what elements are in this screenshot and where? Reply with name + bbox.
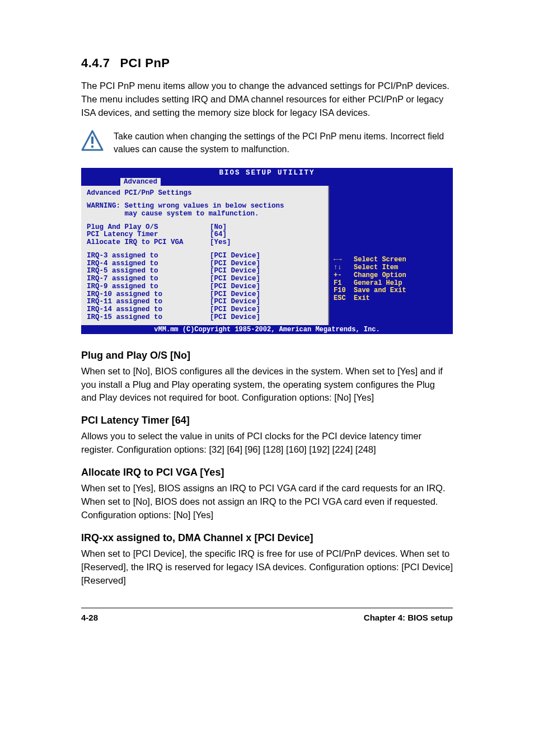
svg-point-2 [91,145,93,148]
bios-irq-row[interactable]: IRQ-3 assigned to[PCI Device] [87,252,322,260]
caution-text: Take caution when changing the settings … [114,130,453,156]
bios-help-row: F1General Help [334,280,448,288]
svg-rect-1 [91,137,93,144]
bios-help-row: ↑↓Select Item [334,264,448,272]
bios-help-row: ESCExit [334,295,448,303]
bios-left-pane: Advanced PCI/PnP Settings WARNING: Setti… [81,186,329,325]
section-title: PCI PnP [120,56,170,70]
bios-setting-row[interactable]: Plug And Play O/S[No] [87,224,322,232]
sub-heading-irqxx: IRQ-xx assigned to, DMA Channel x [PCI D… [81,532,453,544]
bios-help-pane: ←→Select Screen ↑↓Select Item +-Change O… [329,186,453,325]
bios-setting-row[interactable]: PCI Latency Timer[64] [87,231,322,239]
bios-irq-row[interactable]: IRQ-9 assigned to[PCI Device] [87,283,322,291]
bios-settings-block: Plug And Play O/S[No] PCI Latency Timer[… [87,224,322,247]
bios-title: BIOS SETUP UTILITY [81,168,453,178]
caution-icon [81,130,104,152]
bios-help-row: ←→Select Screen [334,256,448,264]
bios-help-row: +-Change Option [334,272,448,280]
bios-irq-row[interactable]: IRQ-15 assigned to[PCI Device] [87,314,322,322]
bios-setting-row[interactable]: Allocate IRQ to PCI VGA[Yes] [87,239,322,247]
bios-warning-line1: WARNING: Setting wrong values in below s… [87,203,322,210]
sub-body-pnp: When set to [No], BIOS configures all th… [81,365,453,405]
sub-heading-pnp: Plug and Play O/S [No] [81,350,453,361]
intro-paragraph: The PCI PnP menu items allow you to chan… [81,79,453,120]
sub-body-irqxx: When set to [PCI Device], the specific I… [81,547,453,588]
bios-irq-row[interactable]: IRQ-11 assigned to[PCI Device] [87,298,322,306]
sub-heading-irqvga: Allocate IRQ to PCI VGA [Yes] [81,467,453,478]
bios-irq-row[interactable]: IRQ-7 assigned to[PCI Device] [87,275,322,283]
bios-help-row: F10Save and Exit [334,287,448,295]
bios-irq-row[interactable]: IRQ-10 assigned to[PCI Device] [87,291,322,299]
sub-body-latency: Allows you to select the value in units … [81,430,453,457]
page-footer: 4-28 Chapter 4: BIOS setup [81,608,453,622]
bios-irq-row[interactable]: IRQ-5 assigned to[PCI Device] [87,267,322,275]
bios-warning: WARNING: Setting wrong values in below s… [87,203,322,218]
bios-footer-copyright: vMM.mm (C)Copyright 1985-2002, American … [81,325,453,334]
chapter-label: Chapter 4: BIOS setup [364,613,453,622]
bios-panel-title: Advanced PCI/PnP Settings [87,189,322,197]
bios-tab-advanced[interactable]: Advanced [120,178,161,186]
bios-irq-row[interactable]: IRQ-14 assigned to[PCI Device] [87,306,322,314]
bios-irq-row[interactable]: IRQ-4 assigned to[PCI Device] [87,260,322,268]
page-number: 4-28 [81,613,98,622]
section-heading: 4.4.7PCI PnP [81,56,453,71]
bios-tab-row: Advanced [81,178,453,186]
sub-body-irqvga: When set to [Yes], BIOS assigns an IRQ t… [81,482,453,522]
bios-screenshot: BIOS SETUP UTILITY Advanced Advanced PCI… [81,168,453,334]
sub-heading-latency: PCI Latency Timer [64] [81,415,453,426]
caution-note: Take caution when changing the settings … [81,130,453,156]
bios-warning-line2: may cause system to malfunction. [87,210,322,218]
section-number: 4.4.7 [81,56,110,70]
bios-irq-block: IRQ-3 assigned to[PCI Device] IRQ-4 assi… [87,252,322,322]
